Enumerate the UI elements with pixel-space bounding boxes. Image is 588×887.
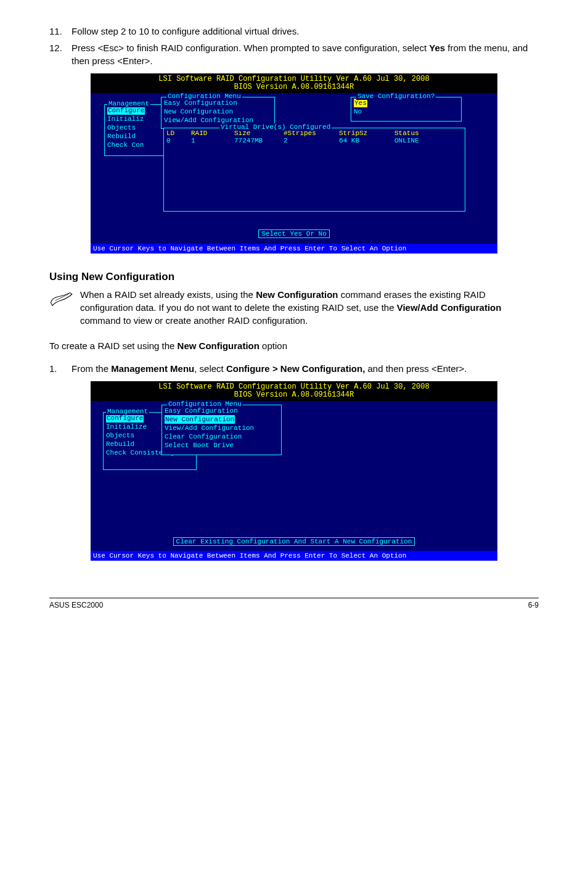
bios-footer: Use Cursor Keys to Navigate Between Item… <box>91 551 497 561</box>
menu-item: Check Con <box>107 141 163 149</box>
panel-title: Management <box>106 408 149 415</box>
document-page: 11. Follow step 2 to 10 to configure add… <box>0 0 588 622</box>
body-paragraph: To create a RAID set using the New Confi… <box>49 339 539 352</box>
step-number: 1. <box>49 362 71 375</box>
panel-title: Configuration Menu <box>166 93 242 100</box>
pencil-note-icon <box>49 288 80 310</box>
vd-table-row: 0 1 77247MB 2 64 KB ONLINE <box>166 137 462 144</box>
footer-left: ASUS ESC2000 <box>49 601 103 609</box>
bios-title-line2: BIOS Version A.08.09161344R <box>91 391 497 399</box>
step-12: 12. Press <Esc> to finish RAID configura… <box>49 41 539 67</box>
note-block: When a RAID set already exists, using th… <box>49 288 539 327</box>
save-configuration-panel: Save Configuration? Yes No <box>351 97 462 122</box>
footer-page-number: 6-9 <box>528 601 539 609</box>
menu-item-new-configuration: New Configuration <box>165 415 279 424</box>
prompt-box: Clear Existing Configuration And Start A… <box>173 537 415 546</box>
save-option-no: No <box>354 107 459 116</box>
menu-item: Easy Configuration <box>165 406 279 415</box>
bios-screenshot-new-configuration: LSI Software RAID Configuration Utility … <box>91 381 497 561</box>
menu-item: Select Boot Drive <box>165 441 279 450</box>
bios-title-line2: BIOS Version A.08.09161344R <box>91 83 497 91</box>
menu-item-configure: Configure <box>107 106 163 115</box>
step-number: 11. <box>49 25 71 38</box>
menu-item: Objects <box>107 123 163 132</box>
bios-footer: Use Cursor Keys to Navigate Between Item… <box>91 244 497 254</box>
panel-title: Virtual Drive(s) Configured <box>219 123 332 131</box>
step-text: From the Management Menu, select Configu… <box>71 362 539 375</box>
bios-header: LSI Software RAID Configuration Utility … <box>91 381 497 401</box>
menu-item: View/Add Configuration <box>165 424 279 432</box>
prompt-box: Select Yes Or No <box>258 229 330 238</box>
page-footer: ASUS ESC2000 6-9 <box>49 598 539 609</box>
virtual-drives-panel: Virtual Drive(s) Configured LD RAID Size… <box>163 128 465 212</box>
step-1: 1. From the Management Menu, select Conf… <box>49 362 539 375</box>
note-text: When a RAID set already exists, using th… <box>80 288 539 327</box>
menu-item: Clear Configuration <box>165 432 279 441</box>
configuration-menu-panel: Configuration Menu Easy Configuration Ne… <box>161 405 282 455</box>
panel-title: Management <box>107 100 150 107</box>
bios-prompt-area: Select Yes Or No <box>91 226 497 243</box>
bios-header: LSI Software RAID Configuration Utility … <box>91 73 497 93</box>
management-menu-panel: Management Configure Initializ Objects R… <box>104 104 166 156</box>
step-number: 12. <box>49 41 71 67</box>
bios-body: Management Configure Initializ Objects R… <box>91 93 497 226</box>
panel-title: Configuration Menu <box>167 400 243 408</box>
bios-title-line1: LSI Software RAID Configuration Utility … <box>91 383 497 391</box>
step-text: Follow step 2 to 10 to configure additio… <box>71 25 539 38</box>
menu-item: Rebuild <box>107 132 163 141</box>
menu-item: New Configuration <box>164 107 272 116</box>
panel-title: Save Configuration? <box>356 93 436 100</box>
menu-item: Initializ <box>107 115 163 123</box>
bios-body: Management Configure Initialize Objects … <box>91 401 497 534</box>
step-11: 11. Follow step 2 to 10 to configure add… <box>49 25 539 38</box>
bios-screenshot-save-configuration: LSI Software RAID Configuration Utility … <box>91 73 497 254</box>
section-title: Using New Configuration <box>49 271 539 283</box>
save-option-yes: Yes <box>354 99 459 107</box>
menu-item: Easy Configuration <box>164 99 272 107</box>
step-text: Press <Esc> to finish RAID configuration… <box>71 41 539 67</box>
bios-prompt-area: Clear Existing Configuration And Start A… <box>91 534 497 551</box>
